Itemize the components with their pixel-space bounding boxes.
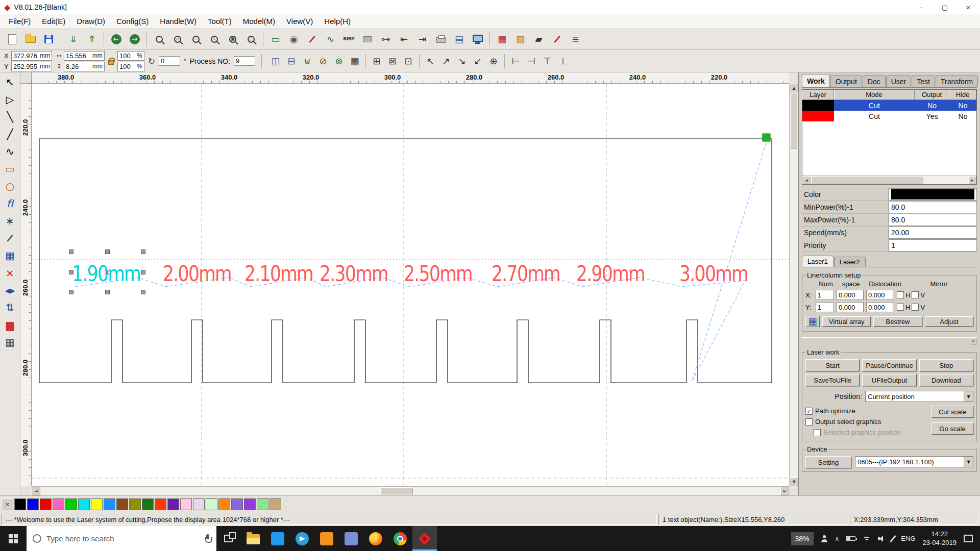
mirror-v-tool-button[interactable]: ⇅	[2, 299, 19, 316]
pen-tool-button[interactable]	[2, 230, 19, 246]
button-cut-scale[interactable]: Cut scale	[932, 406, 973, 418]
speaker-icon[interactable]	[878, 536, 885, 542]
rotate-icon[interactable]: ↻	[148, 56, 155, 66]
height-field[interactable]: mm	[64, 62, 105, 71]
width-input[interactable]	[66, 52, 92, 60]
dropdown-arrow-icon[interactable]: ▼	[964, 391, 973, 402]
num-input[interactable]	[816, 290, 834, 300]
rectangle-tool-button[interactable]: ▭	[2, 161, 19, 177]
zoom-origin-button[interactable]	[150, 31, 168, 48]
layer-table-header[interactable]: Layer	[802, 90, 834, 100]
palette-color[interactable]	[167, 498, 179, 510]
layer-table-header[interactable]: Hide	[949, 90, 976, 100]
button-bestrew[interactable]: Bestrew	[873, 316, 922, 327]
layer-row[interactable]: CutNoNo	[802, 100, 976, 111]
horizontal-scroll-thumb[interactable]	[380, 487, 413, 494]
array-grid-button[interactable]: ▦	[805, 316, 820, 327]
zoom-out-button[interactable]: −	[187, 31, 205, 48]
palette-color[interactable]	[27, 498, 39, 510]
button-download[interactable]: Download	[919, 374, 973, 386]
button-virtual-array[interactable]: Virtual array	[822, 316, 871, 327]
scroll-right-button[interactable]: ►	[780, 487, 789, 495]
prop-value[interactable]: 1	[889, 239, 977, 252]
delete-tool-button[interactable]: ×	[2, 265, 19, 281]
canvas-text-object[interactable]: 2.00mm	[163, 261, 231, 286]
palette-color[interactable]	[180, 498, 192, 510]
star-tool-button[interactable]: ∗	[2, 213, 19, 229]
palette-color[interactable]	[40, 498, 52, 510]
palette-color[interactable]	[129, 498, 141, 510]
weld-curves-button[interactable]: ⊎	[300, 54, 315, 69]
checkbox[interactable]: ✓	[805, 408, 813, 415]
scale-y-input[interactable]	[119, 63, 137, 70]
device-setting-button[interactable]: Setting	[805, 456, 851, 468]
mirror-checkbox[interactable]	[912, 291, 919, 298]
import-file-button[interactable]: ⇓	[64, 31, 82, 48]
button-pause-continue[interactable]: Pause/Continue	[862, 359, 916, 371]
scale-y-field[interactable]: %	[117, 62, 144, 71]
mirror-checkbox[interactable]	[897, 291, 904, 298]
canvas-text-object[interactable]: 3.00mm	[679, 261, 748, 286]
canvas-text-object[interactable]: 2.30mm	[320, 261, 388, 286]
selection-handle[interactable]	[141, 270, 145, 274]
new-file-button[interactable]	[3, 31, 21, 48]
selection-handle[interactable]	[69, 290, 74, 294]
taskbar-search[interactable]: Type here to search	[27, 526, 216, 551]
close-button[interactable]: ×	[957, 0, 980, 14]
zoom-all-button[interactable]: ▣	[224, 31, 241, 48]
x-position-input[interactable]	[13, 52, 40, 60]
button-ufileoutput[interactable]: UFileOutput	[862, 374, 916, 386]
palette-color[interactable]	[155, 498, 166, 510]
button-go-scale[interactable]: Go scale	[932, 422, 973, 435]
scale-x-input[interactable]	[119, 52, 137, 60]
undo-button[interactable]: ←	[107, 31, 125, 48]
mirror-h-tool-button[interactable]: ◂▸	[2, 282, 19, 298]
mirror-horizontal-button[interactable]: ◫	[268, 54, 283, 69]
layer-table-scrollbar[interactable]: ◄ ►	[802, 176, 976, 184]
microphone-icon[interactable]	[205, 534, 210, 543]
palette-color[interactable]	[206, 498, 217, 510]
tab-work[interactable]: Work	[802, 74, 830, 87]
palette-color[interactable]	[53, 498, 64, 510]
device-dropdown[interactable]: 0605---(IP:192.168.1.100) ▼	[855, 456, 973, 467]
text-tool-button[interactable]: fI	[2, 195, 19, 212]
palette-color[interactable]	[193, 498, 205, 510]
prop-value[interactable]: 80.0	[889, 214, 977, 226]
no-color-button[interactable]: ×	[2, 498, 13, 510]
button-start[interactable]: Start	[805, 359, 860, 371]
output-monitor-button[interactable]	[469, 31, 486, 48]
bitmap-tool-button[interactable]: ▆	[2, 317, 19, 333]
align-right-button[interactable]: ⊣	[524, 54, 539, 69]
app-chrome-button[interactable]	[388, 526, 412, 551]
menu-model[interactable]: Model(M)	[237, 17, 281, 26]
menu-tool[interactable]: Tool(T)	[202, 17, 237, 26]
process-no-field[interactable]	[234, 56, 255, 66]
app-telegram-button[interactable]	[290, 526, 314, 551]
layer-scroll-right-button[interactable]: ►	[968, 176, 976, 184]
palette-color[interactable]	[218, 498, 230, 510]
space-input[interactable]	[837, 302, 864, 312]
palette-color[interactable]	[142, 498, 154, 510]
tab-transform[interactable]: Transform	[936, 76, 978, 87]
people-icon[interactable]	[821, 535, 828, 542]
app-firefox-button[interactable]	[363, 526, 388, 551]
v-distance-button[interactable]: ⇥	[413, 31, 431, 48]
zoom-select-button[interactable]: ◌	[242, 31, 260, 48]
button-stop[interactable]: Stop	[919, 359, 973, 371]
palette-color[interactable]	[270, 498, 281, 510]
palette-color[interactable]	[231, 498, 243, 510]
start-button[interactable]	[0, 526, 27, 551]
polyline-tool-button[interactable]: ╱	[2, 126, 19, 142]
zoom-window-button[interactable]: ▫	[168, 31, 186, 48]
line-tool-button[interactable]: ╲	[2, 109, 19, 125]
palette-color[interactable]	[244, 498, 256, 510]
align-bottom-button[interactable]: ⊥	[555, 54, 571, 69]
align-bottom-left-button[interactable]: ↙	[470, 54, 485, 69]
scroll-down-button[interactable]: ▼	[790, 478, 798, 486]
tab-user[interactable]: User	[886, 76, 912, 87]
palette-color[interactable]	[78, 498, 90, 510]
angle-field[interactable]	[159, 56, 180, 66]
ellipse-tool-button[interactable]: ○	[2, 178, 19, 194]
selection-handle[interactable]	[69, 249, 74, 254]
align-top-right-button[interactable]: ↗	[438, 54, 454, 69]
